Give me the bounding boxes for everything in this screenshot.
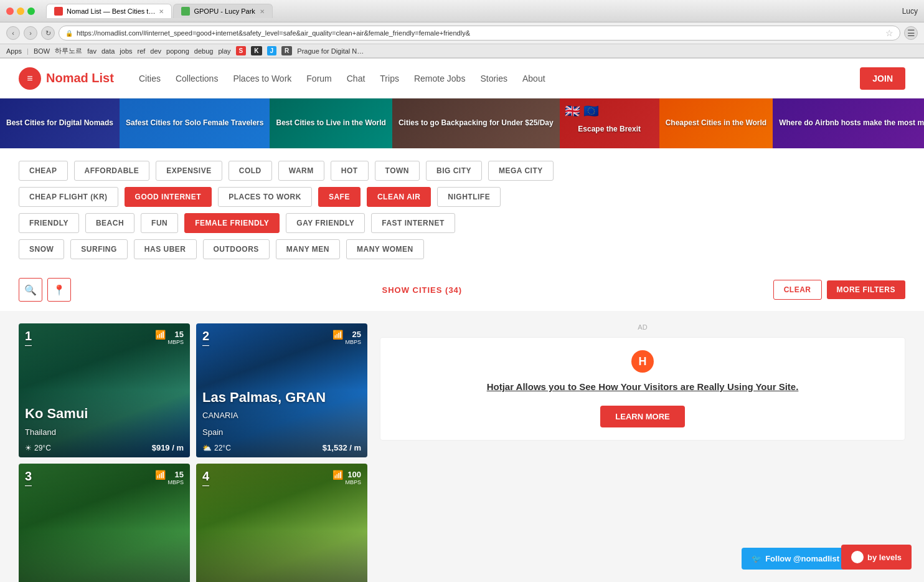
city-card-2[interactable]: 2 — 📶 25 MBPS Las Palmas, GRAN CANARIA S… (196, 323, 367, 457)
bookmark-play[interactable]: play (218, 47, 230, 55)
bookmark-S[interactable]: S (236, 46, 247, 55)
nav-stories[interactable]: Stories (480, 74, 507, 83)
search-button[interactable]: 🔍 (19, 278, 42, 302)
filter-affordable[interactable]: AFFORDABLE (74, 161, 150, 181)
nav-remote-jobs[interactable]: Remote Jobs (414, 74, 465, 83)
filter-beach[interactable]: BEACH (85, 213, 134, 233)
bookmark-dev[interactable]: dev (150, 47, 161, 55)
filter-town[interactable]: TOWN (375, 161, 420, 181)
filter-safe[interactable]: SAFE (318, 187, 361, 207)
settings-button[interactable]: ☰ (904, 26, 918, 40)
filter-cold[interactable]: COLD (229, 161, 272, 181)
site-logo[interactable]: ≡ Nomad List (19, 67, 114, 90)
city-card-4[interactable]: 4 — 📶 100 MBPS (196, 464, 367, 582)
nav-collections[interactable]: Collections (176, 74, 218, 83)
filter-cheap-flight[interactable]: CHEAP FLIGHT (KR) (19, 187, 118, 207)
logo-name-start: Nomad (46, 71, 92, 85)
city-card-3[interactable]: 3 — 📶 15 MBPS (19, 464, 190, 582)
filter-nightlife[interactable]: NIGHTLIFE (437, 187, 501, 207)
browser-tab-inactive[interactable]: GPOPU - Lucy Park ✕ (173, 4, 273, 18)
filter-many-women[interactable]: MANY WOMEN (346, 239, 424, 259)
card-cost-1: $919 / m (152, 443, 184, 452)
banner-strip: Best Cities for Digital Nomads Safest Ci… (0, 98, 924, 148)
show-cities-button[interactable]: SHOW CITIES (34) (76, 285, 768, 295)
follow-label: Follow @nomadlist (765, 554, 839, 563)
filter-mega-city[interactable]: MEGA CITY (488, 161, 554, 181)
banner-item-7[interactable]: Where do Airbnb hosts make the most mone… (773, 98, 924, 148)
filter-clean-air[interactable]: CLEAN AIR (367, 187, 431, 207)
filter-gay-friendly[interactable]: GAY FRIENDLY (286, 213, 365, 233)
bookmark-data[interactable]: data (101, 47, 115, 55)
filter-surfing[interactable]: SURFING (70, 239, 128, 259)
banner-item-2[interactable]: Safest Cities for Solo Female Travelers (120, 98, 270, 148)
banner-item-6[interactable]: Cheapest Cities in the World (659, 98, 773, 148)
follow-twitter-button[interactable]: 🐦 Follow @nomadlist (742, 548, 849, 570)
card-temp-1: ☀ 29°C (25, 444, 51, 452)
filter-fun[interactable]: FUN (141, 213, 178, 233)
filter-good-internet[interactable]: GOOD INTERNET (125, 187, 212, 207)
filter-snow[interactable]: SNOW (19, 239, 64, 259)
nav-places-to-work[interactable]: Places to Work (233, 74, 291, 83)
refresh-button[interactable]: ↻ (41, 26, 55, 40)
bookmark-K[interactable]: K (251, 46, 262, 55)
back-button[interactable]: ‹ (6, 26, 20, 40)
city-card-1[interactable]: 1 — 📶 15 MBPS Ko Samui Thailand ☀ (19, 323, 190, 457)
filter-expensive[interactable]: EXPENSIVE (156, 161, 222, 181)
bookmark-popong[interactable]: popong (166, 47, 189, 55)
filter-friendly[interactable]: FRIENDLY (19, 213, 79, 233)
banner-item-4[interactable]: Cities to go Backpacking for Under $25/D… (392, 98, 560, 148)
address-text: https://nomadlist.com/#internet_speed=go… (77, 29, 882, 37)
bookmark-fav[interactable]: fav (87, 47, 97, 55)
filter-hot[interactable]: HOT (331, 161, 369, 181)
star-icon: ☆ (885, 28, 893, 38)
banner-item-5[interactable]: 🇬🇧 🇪🇺 Escape the Brexit (560, 98, 659, 148)
bookmark-ref[interactable]: ref (138, 47, 146, 55)
maximize-dot[interactable] (27, 7, 35, 15)
filter-outdoors[interactable]: OUTDOORS (203, 239, 270, 259)
filter-big-city[interactable]: BIG CITY (426, 161, 482, 181)
nav-forum[interactable]: Forum (306, 74, 331, 83)
filter-warm[interactable]: WARM (278, 161, 324, 181)
site-header: ≡ Nomad List Cities Collections Places t… (0, 59, 924, 98)
bookmark-J[interactable]: J (267, 46, 277, 55)
banner-label-3: Best Cities to Live in the World (276, 118, 385, 128)
join-button[interactable]: JOIN (860, 67, 905, 90)
filter-many-men[interactable]: MANY MEN (276, 239, 340, 259)
tab-close-1[interactable]: ✕ (159, 8, 164, 15)
by-levels-button[interactable]: by levels (841, 545, 912, 570)
filter-female-friendly[interactable]: FEMALE FRIENDLY (184, 213, 280, 233)
more-filters-button[interactable]: MORE FILTERS (827, 280, 905, 299)
filter-row-3: FRIENDLY BEACH FUN FEMALE FRIENDLY GAY F… (19, 213, 905, 233)
bookmark-harunol[interactable]: 하루노르 (55, 46, 82, 55)
site-content: ≡ Nomad List Cities Collections Places t… (0, 59, 924, 582)
bookmark-prague[interactable]: Prague for Digital N… (297, 47, 364, 55)
minimize-dot[interactable] (17, 7, 24, 15)
bookmark-R[interactable]: R (281, 46, 292, 55)
location-button[interactable]: 📍 (47, 278, 71, 302)
forward-button[interactable]: › (24, 26, 37, 40)
nav-trips[interactable]: Trips (380, 74, 399, 83)
tab-close-2[interactable]: ✕ (260, 8, 265, 15)
bookmark-bow[interactable]: BOW (34, 47, 50, 55)
bookmark-jobs[interactable]: jobs (120, 47, 132, 55)
banner-item-1[interactable]: Best Cities for Digital Nomads (0, 98, 120, 148)
nav-about[interactable]: About (522, 74, 545, 83)
bookmark-apps[interactable]: Apps (6, 47, 22, 55)
banner-item-3[interactable]: Best Cities to Live in the World (270, 98, 392, 148)
close-dot[interactable] (6, 7, 14, 15)
address-bar[interactable]: 🔒 https://nomadlist.com/#internet_speed=… (59, 26, 900, 41)
bookmark-debug[interactable]: debug (194, 47, 214, 55)
nav-chat[interactable]: Chat (347, 74, 365, 83)
browser-tab-active[interactable]: Nomad List — Best Cities t… ✕ (46, 4, 172, 18)
filter-places-to-work[interactable]: PLACES TO WORK (218, 187, 312, 207)
browser-titlebar: Nomad List — Best Cities t… ✕ GPOPU - Lu… (0, 0, 924, 22)
nav-cities[interactable]: Cities (139, 74, 161, 83)
banner-label-2: Safest Cities for Solo Female Travelers (126, 118, 263, 128)
filter-cheap[interactable]: CHEAP (19, 161, 68, 181)
ad-learn-more-button[interactable]: LEARN MORE (600, 406, 684, 427)
filter-fast-internet[interactable]: FAST INTERNET (371, 213, 455, 233)
filter-row-4: SNOW SURFING HAS UBER OUTDOORS MANY MEN … (19, 239, 905, 259)
clear-button[interactable]: CLEAR (773, 280, 822, 300)
filter-has-uber[interactable]: HAS UBER (134, 239, 197, 259)
ad-title[interactable]: Hotjar Allows you to See How Your Visito… (393, 380, 892, 393)
